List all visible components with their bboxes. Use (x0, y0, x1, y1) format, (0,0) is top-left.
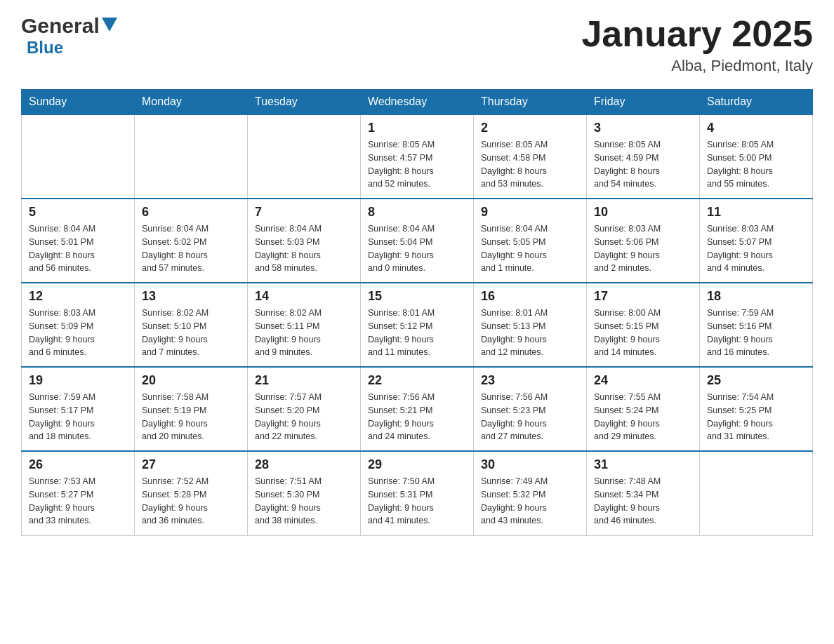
day-info: Sunrise: 7:53 AM Sunset: 5:27 PM Dayligh… (29, 475, 127, 528)
day-info: Sunrise: 8:05 AM Sunset: 4:58 PM Dayligh… (481, 138, 579, 191)
day-info: Sunrise: 7:59 AM Sunset: 5:16 PM Dayligh… (707, 307, 805, 359)
day-info: Sunrise: 7:48 AM Sunset: 5:34 PM Dayligh… (594, 475, 692, 528)
calendar-cell: 7Sunrise: 8:04 AM Sunset: 5:03 PM Daylig… (248, 199, 361, 283)
calendar-cell: 22Sunrise: 7:56 AM Sunset: 5:21 PM Dayli… (361, 367, 474, 451)
day-info: Sunrise: 8:01 AM Sunset: 5:13 PM Dayligh… (481, 307, 579, 359)
header-tuesday: Tuesday (248, 90, 361, 115)
svg-marker-0 (102, 18, 117, 32)
day-info: Sunrise: 8:04 AM Sunset: 5:04 PM Dayligh… (368, 222, 466, 275)
calendar-cell (248, 114, 361, 199)
calendar-cell (22, 114, 135, 199)
calendar-cell (135, 114, 248, 199)
calendar-cell: 23Sunrise: 7:56 AM Sunset: 5:23 PM Dayli… (474, 367, 587, 451)
day-number: 9 (481, 205, 579, 220)
calendar-cell: 25Sunrise: 7:54 AM Sunset: 5:25 PM Dayli… (700, 367, 813, 451)
calendar-cell: 5Sunrise: 8:04 AM Sunset: 5:01 PM Daylig… (22, 199, 135, 283)
calendar-cell: 31Sunrise: 7:48 AM Sunset: 5:34 PM Dayli… (587, 451, 700, 535)
calendar-cell: 18Sunrise: 7:59 AM Sunset: 5:16 PM Dayli… (700, 283, 813, 367)
calendar-cell: 6Sunrise: 8:04 AM Sunset: 5:02 PM Daylig… (135, 199, 248, 283)
calendar-cell: 12Sunrise: 8:03 AM Sunset: 5:09 PM Dayli… (22, 283, 135, 367)
day-number: 30 (481, 457, 579, 472)
day-number: 27 (142, 457, 240, 472)
day-number: 26 (29, 457, 127, 472)
calendar-cell: 4Sunrise: 8:05 AM Sunset: 5:00 PM Daylig… (700, 114, 813, 199)
day-info: Sunrise: 7:49 AM Sunset: 5:32 PM Dayligh… (481, 475, 579, 528)
calendar-cell: 26Sunrise: 7:53 AM Sunset: 5:27 PM Dayli… (22, 451, 135, 535)
calendar-cell: 28Sunrise: 7:51 AM Sunset: 5:30 PM Dayli… (248, 451, 361, 535)
logo-blue-text: Blue (27, 38, 63, 58)
calendar-cell (700, 451, 813, 535)
day-info: Sunrise: 7:56 AM Sunset: 5:21 PM Dayligh… (368, 391, 466, 443)
day-info: Sunrise: 7:57 AM Sunset: 5:20 PM Dayligh… (255, 391, 353, 443)
day-info: Sunrise: 8:05 AM Sunset: 4:59 PM Dayligh… (594, 138, 692, 191)
day-info: Sunrise: 7:51 AM Sunset: 5:30 PM Dayligh… (255, 475, 353, 528)
logo-triangle-icon (102, 18, 117, 32)
calendar-cell: 17Sunrise: 8:00 AM Sunset: 5:15 PM Dayli… (587, 283, 700, 367)
day-info: Sunrise: 8:04 AM Sunset: 5:03 PM Dayligh… (255, 222, 353, 275)
day-info: Sunrise: 7:52 AM Sunset: 5:28 PM Dayligh… (142, 475, 240, 528)
day-number: 18 (707, 289, 805, 304)
day-info: Sunrise: 8:05 AM Sunset: 5:00 PM Dayligh… (707, 138, 805, 191)
calendar-cell: 2Sunrise: 8:05 AM Sunset: 4:58 PM Daylig… (474, 114, 587, 199)
day-info: Sunrise: 8:04 AM Sunset: 5:01 PM Dayligh… (29, 222, 127, 275)
calendar-header-row: Sunday Monday Tuesday Wednesday Thursday… (22, 90, 813, 115)
calendar-cell: 15Sunrise: 8:01 AM Sunset: 5:12 PM Dayli… (361, 283, 474, 367)
day-number: 6 (142, 205, 240, 220)
day-info: Sunrise: 7:58 AM Sunset: 5:19 PM Dayligh… (142, 391, 240, 443)
calendar-cell: 8Sunrise: 8:04 AM Sunset: 5:04 PM Daylig… (361, 199, 474, 283)
calendar-cell: 24Sunrise: 7:55 AM Sunset: 5:24 PM Dayli… (587, 367, 700, 451)
header-monday: Monday (135, 90, 248, 115)
day-number: 13 (142, 289, 240, 304)
page-header: General Blue January 2025 Alba, Piedmont… (21, 14, 813, 75)
calendar-cell: 11Sunrise: 8:03 AM Sunset: 5:07 PM Dayli… (700, 199, 813, 283)
day-info: Sunrise: 8:03 AM Sunset: 5:09 PM Dayligh… (29, 307, 127, 359)
day-number: 21 (255, 373, 353, 388)
day-number: 5 (29, 205, 127, 220)
day-info: Sunrise: 7:55 AM Sunset: 5:24 PM Dayligh… (594, 391, 692, 443)
header-thursday: Thursday (474, 90, 587, 115)
calendar-cell: 19Sunrise: 7:59 AM Sunset: 5:17 PM Dayli… (22, 367, 135, 451)
day-number: 3 (594, 121, 692, 135)
header-saturday: Saturday (700, 90, 813, 115)
calendar-week-row: 12Sunrise: 8:03 AM Sunset: 5:09 PM Dayli… (22, 283, 813, 367)
day-number: 1 (368, 121, 466, 135)
day-number: 15 (368, 289, 466, 304)
day-number: 20 (142, 373, 240, 388)
calendar-cell: 3Sunrise: 8:05 AM Sunset: 4:59 PM Daylig… (587, 114, 700, 199)
day-number: 19 (29, 373, 127, 388)
day-info: Sunrise: 7:59 AM Sunset: 5:17 PM Dayligh… (29, 391, 127, 443)
calendar-cell: 1Sunrise: 8:05 AM Sunset: 4:57 PM Daylig… (361, 114, 474, 199)
day-number: 16 (481, 289, 579, 304)
day-info: Sunrise: 7:54 AM Sunset: 5:25 PM Dayligh… (707, 391, 805, 443)
logo: General Blue (21, 14, 117, 58)
day-number: 12 (29, 289, 127, 304)
day-number: 2 (481, 121, 579, 135)
day-number: 10 (594, 205, 692, 220)
day-info: Sunrise: 8:01 AM Sunset: 5:12 PM Dayligh… (368, 307, 466, 359)
calendar-subtitle: Alba, Piedmont, Italy (581, 57, 813, 75)
calendar-cell: 27Sunrise: 7:52 AM Sunset: 5:28 PM Dayli… (135, 451, 248, 535)
calendar-cell: 30Sunrise: 7:49 AM Sunset: 5:32 PM Dayli… (474, 451, 587, 535)
day-info: Sunrise: 7:56 AM Sunset: 5:23 PM Dayligh… (481, 391, 579, 443)
calendar-cell: 16Sunrise: 8:01 AM Sunset: 5:13 PM Dayli… (474, 283, 587, 367)
title-area: January 2025 Alba, Piedmont, Italy (581, 14, 813, 75)
calendar-cell: 21Sunrise: 7:57 AM Sunset: 5:20 PM Dayli… (248, 367, 361, 451)
calendar-cell: 13Sunrise: 8:02 AM Sunset: 5:10 PM Dayli… (135, 283, 248, 367)
calendar-week-row: 1Sunrise: 8:05 AM Sunset: 4:57 PM Daylig… (22, 114, 813, 199)
logo-general-text: General (21, 14, 100, 38)
day-info: Sunrise: 8:03 AM Sunset: 5:07 PM Dayligh… (707, 222, 805, 275)
day-number: 11 (707, 205, 805, 220)
calendar-week-row: 5Sunrise: 8:04 AM Sunset: 5:01 PM Daylig… (22, 199, 813, 283)
day-number: 22 (368, 373, 466, 388)
header-sunday: Sunday (22, 90, 135, 115)
calendar-title: January 2025 (581, 14, 813, 54)
day-number: 17 (594, 289, 692, 304)
day-number: 14 (255, 289, 353, 304)
header-wednesday: Wednesday (361, 90, 474, 115)
day-info: Sunrise: 7:50 AM Sunset: 5:31 PM Dayligh… (368, 475, 466, 528)
day-number: 7 (255, 205, 353, 220)
day-info: Sunrise: 8:02 AM Sunset: 5:10 PM Dayligh… (142, 307, 240, 359)
day-info: Sunrise: 8:02 AM Sunset: 5:11 PM Dayligh… (255, 307, 353, 359)
day-info: Sunrise: 8:04 AM Sunset: 5:02 PM Dayligh… (142, 222, 240, 275)
day-number: 4 (707, 121, 805, 135)
